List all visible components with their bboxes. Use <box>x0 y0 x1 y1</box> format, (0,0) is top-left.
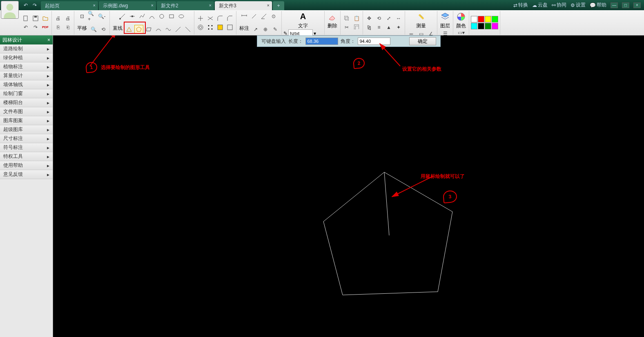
redo-button[interactable]: ↷ <box>31 2 38 9</box>
layer-tool[interactable]: 图层 <box>439 12 451 29</box>
arc2-button[interactable] <box>154 25 163 34</box>
pdf-button[interactable]: PDF <box>41 23 50 32</box>
minimize-button[interactable]: — <box>611 2 618 8</box>
centermark-button[interactable]: ✎ <box>271 25 280 34</box>
sidebar-item-plant[interactable]: 植物标注▸ <box>0 62 53 71</box>
redo-button[interactable]: ↷ <box>31 23 40 32</box>
sidebar-item-library[interactable]: 图库图案▸ <box>0 116 53 125</box>
tab-example[interactable]: 示例图.dwg× <box>99 1 156 10</box>
color-dropdown[interactable]: ▭▾ <box>457 29 466 36</box>
new-tab-button[interactable]: + <box>273 1 284 10</box>
new-file-button[interactable] <box>21 14 30 23</box>
color-green[interactable] <box>492 16 498 22</box>
zoom-in-button[interactable]: 🔍+ <box>87 12 96 21</box>
collab-button[interactable]: ⚯ 协同 <box>552 2 566 9</box>
undo-button[interactable]: ↶ <box>22 2 29 9</box>
sidebar-item-priv[interactable]: 特权工具▸ <box>0 152 53 161</box>
xline-button[interactable] <box>183 25 192 34</box>
close-button[interactable]: × <box>633 2 641 8</box>
color-tool[interactable]: 颜色 <box>455 12 467 29</box>
polygon-button[interactable] <box>134 25 143 34</box>
leader-button[interactable]: ↗ <box>251 25 260 34</box>
annotation-tool[interactable]: 标注 <box>238 25 250 34</box>
parallelogram-button[interactable] <box>144 25 153 34</box>
sidebar-item-wall[interactable]: 墙体轴线▸ <box>0 80 53 89</box>
sidebar-item-symbol[interactable]: 符号标注▸ <box>0 143 53 152</box>
pan-tool[interactable]: 平移 <box>76 25 88 34</box>
mirror2-button[interactable]: ▲ <box>384 23 393 32</box>
stretch-button[interactable]: ↔ <box>394 14 403 23</box>
trim-button[interactable] <box>196 14 205 23</box>
angle-input[interactable] <box>358 38 390 45</box>
color-red[interactable] <box>478 16 484 22</box>
print-button[interactable]: 🖨 <box>53 14 62 23</box>
import-button[interactable]: ⎗ <box>63 23 72 32</box>
tab-file2[interactable]: 新文件2× <box>157 1 214 10</box>
extend-button[interactable] <box>206 14 215 23</box>
close-icon[interactable]: × <box>93 3 96 8</box>
explode-button[interactable]: ✦ <box>394 23 403 32</box>
close-icon[interactable]: × <box>267 3 270 8</box>
ellipse-button[interactable] <box>177 12 186 21</box>
sidebar-item-calc[interactable]: 算量统计▸ <box>0 71 53 80</box>
undo-button[interactable]: ↶ <box>21 23 30 32</box>
hatch-button[interactable] <box>216 23 225 32</box>
save-button[interactable] <box>31 14 40 23</box>
measure-tool[interactable]: 📏 测量 <box>415 12 427 29</box>
tolerance-button[interactable]: ⊕ <box>261 25 270 34</box>
offset-button[interactable] <box>196 23 205 32</box>
zoom-window-button[interactable]: 🔍 <box>89 25 98 34</box>
dim-angular-button[interactable] <box>259 12 268 21</box>
sidebar-item-green[interactable]: 绿化种植▸ <box>0 53 53 62</box>
close-icon[interactable]: × <box>47 37 50 43</box>
maximize-button[interactable]: □ <box>622 2 629 8</box>
arc-button[interactable] <box>147 12 156 21</box>
snap-midpoint-button[interactable] <box>128 12 137 21</box>
paste-button[interactable]: 📋 <box>352 14 361 23</box>
sidebar-item-layout[interactable]: 文件布图▸ <box>0 107 53 116</box>
ray-button[interactable] <box>174 25 183 34</box>
text-tool[interactable]: A 文字 <box>297 12 309 29</box>
sidebar-item-dim[interactable]: 尺寸标注▸ <box>0 134 53 143</box>
close-icon[interactable]: × <box>151 3 154 8</box>
cut-button[interactable]: ✂ <box>342 23 351 32</box>
mirror-button[interactable]: ⧎ <box>365 23 374 32</box>
open-button[interactable] <box>41 14 50 23</box>
user-avatar[interactable] <box>1 1 19 19</box>
copy-button[interactable]: ⿻ <box>342 14 351 23</box>
confirm-button[interactable]: 确定 <box>409 37 436 45</box>
triangle-button[interactable] <box>125 25 134 34</box>
sidebar-item-stair[interactable]: 楼梯阳台▸ <box>0 98 53 107</box>
match-button[interactable]: ⿸ <box>352 23 361 32</box>
tab-file3[interactable]: 新文件3× <box>215 1 272 10</box>
sidebar-item-help[interactable]: 使用帮助▸ <box>0 161 53 170</box>
sidebar-item-door[interactable]: 绘制门窗▸ <box>0 89 53 98</box>
dim-radius-button[interactable]: ⊙ <box>269 12 278 21</box>
color-magenta[interactable] <box>492 23 498 29</box>
settings-button[interactable]: ⚙ 设置 <box>570 2 586 9</box>
rectangle-button[interactable] <box>167 12 176 21</box>
scale-button[interactable]: ⤢ <box>384 14 393 23</box>
polyline-button[interactable] <box>138 12 147 21</box>
sidebar-item-superlib[interactable]: 超级图库▸ <box>0 125 53 134</box>
move-button[interactable]: ✥ <box>365 14 374 23</box>
array-button[interactable] <box>206 23 215 32</box>
dim-linear-button[interactable] <box>240 12 249 21</box>
zoom-out-button[interactable]: 🔍- <box>97 12 106 21</box>
chamfer-button[interactable] <box>225 14 234 23</box>
color-yellow[interactable] <box>485 16 491 22</box>
color-darkgreen[interactable] <box>485 23 491 29</box>
drawing-canvas[interactable]: 可键盘输入 长度： 角度： 确定 1 选择要绘制的图形工具 2 设置它的相关参数 <box>53 35 644 337</box>
close-icon[interactable]: × <box>209 3 212 8</box>
delete-tool[interactable]: 删除 <box>326 12 339 29</box>
align-button[interactable]: ≡ <box>374 23 383 32</box>
line-tool[interactable]: 直线 <box>111 25 124 34</box>
color-white[interactable] <box>471 16 477 22</box>
cloud-button[interactable]: ☁ 云盘 <box>532 2 548 9</box>
sidebar-item-road[interactable]: 道路绘制▸ <box>0 44 53 53</box>
print-preview-button[interactable]: 🖨 <box>63 14 72 23</box>
sidebar-item-feedback[interactable]: 意见反馈▸ <box>0 170 53 179</box>
zoom-extents-button[interactable]: ⊡ <box>78 12 87 21</box>
convert-button[interactable]: ⇄ 转换 <box>513 2 528 9</box>
fillet-button[interactable] <box>216 14 225 23</box>
